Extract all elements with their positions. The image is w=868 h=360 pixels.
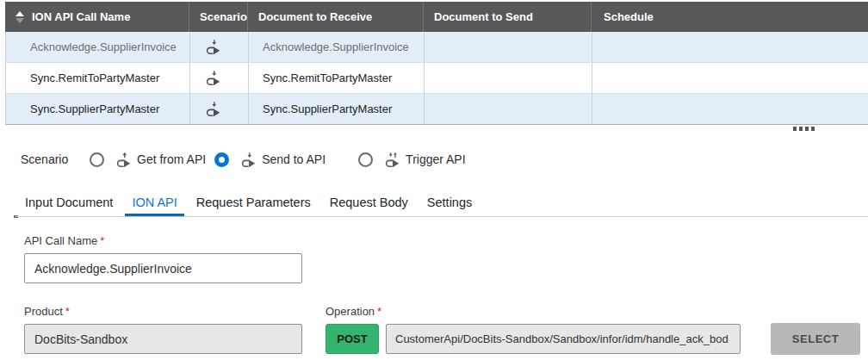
select-operation-button[interactable]: SELECT bbox=[771, 323, 860, 355]
cell-schedule bbox=[592, 32, 868, 62]
cell-document-to-receive: Sync.SupplierPartyMaster bbox=[249, 94, 425, 124]
sort-arrows-icon[interactable] bbox=[16, 11, 24, 23]
required-asterisk: * bbox=[377, 305, 381, 318]
required-asterisk: * bbox=[100, 234, 104, 247]
detail-tabs: Input Document ION API Request Parameter… bbox=[18, 191, 479, 216]
ion-api-calls-table: ION API Call Name Scenario Document to R… bbox=[5, 2, 868, 125]
operation-label: Operation* bbox=[326, 305, 381, 318]
cell-document-to-send bbox=[425, 32, 592, 62]
tab-request-body[interactable]: Request Body bbox=[323, 191, 415, 216]
column-header-label: Scenario bbox=[200, 10, 247, 23]
product-input[interactable] bbox=[24, 324, 302, 354]
required-asterisk: * bbox=[65, 305, 70, 318]
column-header-label: Document to Receive bbox=[258, 10, 372, 23]
tab-request-parameters[interactable]: Request Parameters bbox=[189, 191, 318, 216]
cell-scenario bbox=[190, 94, 249, 124]
cell-api-call-name: Sync.SupplierPartyMaster bbox=[6, 94, 190, 124]
radio-option-get-from-api[interactable]: Get from API bbox=[90, 152, 206, 168]
column-header-label: ION API Call Name bbox=[32, 10, 130, 23]
send-to-api-icon bbox=[240, 152, 257, 168]
cell-api-call-name: Sync.RemitToPartyMaster bbox=[6, 63, 190, 93]
cell-schedule bbox=[592, 94, 868, 124]
http-method-post-button[interactable]: POST bbox=[326, 324, 379, 354]
column-header-document-to-send[interactable]: Document to Send bbox=[424, 2, 592, 32]
table-row[interactable]: Acknowledge.SupplierInvoice Acknowledge.… bbox=[5, 32, 868, 63]
send-to-api-icon bbox=[205, 39, 221, 55]
radio-option-label: Trigger API bbox=[406, 152, 466, 166]
radio-unchecked[interactable] bbox=[90, 152, 104, 167]
tab-input-document[interactable]: Input Document bbox=[18, 191, 120, 216]
send-to-api-icon bbox=[205, 101, 221, 117]
radio-checked[interactable] bbox=[214, 152, 229, 167]
cell-document-to-receive: Sync.RemitToPartyMaster bbox=[249, 63, 425, 93]
column-header-label: Document to Send bbox=[434, 10, 533, 23]
scenario-group-label: Scenario bbox=[21, 152, 69, 166]
cell-scenario bbox=[190, 32, 249, 62]
radio-option-label: Get from API bbox=[137, 152, 206, 166]
scenario-radio-group: Scenario Get from API Se bbox=[21, 150, 466, 169]
radio-option-trigger-api[interactable]: Trigger API bbox=[358, 152, 466, 168]
trigger-api-icon bbox=[384, 152, 400, 168]
cell-document-to-send bbox=[425, 63, 592, 93]
table-row[interactable]: Sync.RemitToPartyMaster Sync.RemitToPart… bbox=[5, 63, 868, 94]
api-call-name-label: API Call Name* bbox=[24, 234, 104, 247]
column-header-label: Schedule bbox=[604, 10, 654, 23]
radio-option-label: Send to API bbox=[262, 152, 326, 166]
column-header-api-call-name[interactable]: ION API Call Name bbox=[5, 2, 189, 32]
cell-document-to-send bbox=[425, 94, 592, 124]
sort-ascending-icon bbox=[16, 11, 24, 16]
radio-unchecked[interactable] bbox=[358, 152, 373, 167]
radio-option-send-to-api[interactable]: Send to API bbox=[214, 152, 326, 168]
column-header-schedule[interactable]: Schedule bbox=[592, 2, 868, 32]
table-resize-handle[interactable] bbox=[793, 127, 815, 131]
api-call-name-input[interactable] bbox=[24, 253, 302, 283]
table-header-row: ION API Call Name Scenario Document to R… bbox=[5, 2, 868, 32]
ion-api-config-screen: ION API Call Name Scenario Document to R… bbox=[0, 0, 868, 360]
operation-endpoint-input[interactable] bbox=[386, 324, 741, 354]
get-from-api-icon bbox=[115, 152, 132, 168]
cell-schedule bbox=[592, 63, 868, 93]
tab-settings[interactable]: Settings bbox=[420, 191, 479, 216]
tabs-divider bbox=[16, 216, 868, 217]
table-row[interactable]: Sync.SupplierPartyMaster Sync.SupplierPa… bbox=[5, 94, 868, 125]
product-label: Product* bbox=[24, 305, 70, 318]
cell-api-call-name: Acknowledge.SupplierInvoice bbox=[6, 32, 190, 62]
cell-document-to-receive: Acknowledge.SupplierInvoice bbox=[249, 32, 425, 62]
send-to-api-icon bbox=[205, 70, 221, 86]
tab-ion-api[interactable]: ION API bbox=[125, 191, 183, 216]
column-header-document-to-receive[interactable]: Document to Receive bbox=[248, 2, 424, 32]
column-header-scenario[interactable]: Scenario bbox=[189, 2, 248, 32]
cell-scenario bbox=[190, 63, 249, 93]
sort-descending-icon bbox=[16, 18, 24, 23]
